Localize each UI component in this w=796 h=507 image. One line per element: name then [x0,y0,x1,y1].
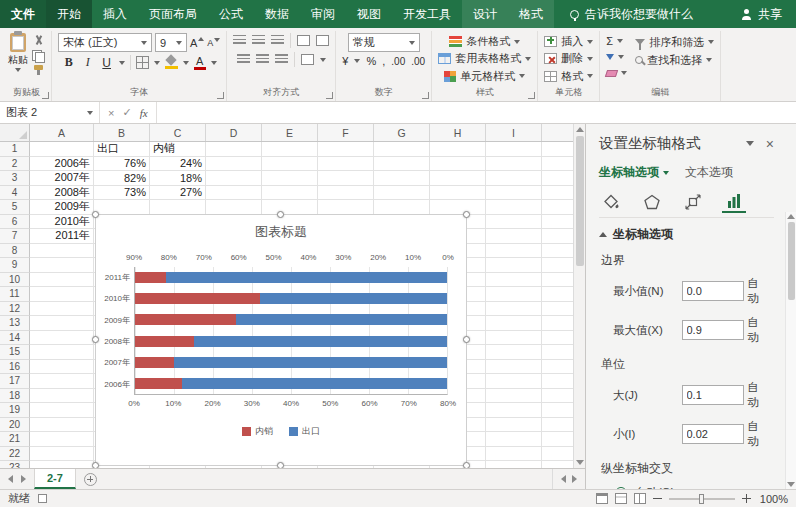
horizontal-scrollbar[interactable] [552,469,585,489]
chevron-down-icon[interactable] [119,61,125,65]
align-middle-icon[interactable] [252,35,265,46]
bar-segment[interactable] [135,378,182,389]
comma-icon[interactable]: , [382,55,385,67]
bar-segment[interactable] [135,336,194,347]
chevron-down-icon[interactable] [211,61,217,65]
ribbon-tab[interactable]: 视图 [346,0,392,28]
column-header[interactable]: D [206,124,262,141]
row-header[interactable]: 11 [0,287,30,302]
field-input[interactable] [682,281,744,301]
cell-I6[interactable] [486,215,542,230]
cell-A10[interactable] [30,273,94,288]
ribbon-tab[interactable]: 公式 [208,0,254,28]
dialog-launcher-icon[interactable] [528,92,535,99]
cell-A12[interactable] [30,302,94,317]
ribbon-tab[interactable]: 数据 [254,0,300,28]
normal-view-icon[interactable] [596,493,608,504]
cell-F5[interactable] [318,200,374,215]
column-header[interactable]: H [430,124,486,141]
chart-categories[interactable]: 2011年2010年2009年2008年2007年2006年 [96,267,130,395]
bar-segment[interactable] [135,314,236,325]
pane-scrollbar[interactable] [785,212,796,489]
cell-I22[interactable] [486,447,542,462]
formula-input[interactable] [157,102,796,123]
chart-title[interactable]: 图表标题 [96,223,466,241]
column-header[interactable]: I [486,124,542,141]
auto-button[interactable]: 自动 [744,274,775,308]
cell-I7[interactable] [486,229,542,244]
grow-font-button[interactable]: A [190,37,204,49]
number-format-select[interactable]: 常规 [348,33,420,52]
axis-options-icon[interactable] [722,191,746,213]
sort-filter-button[interactable]: 排序和筛选 [635,33,714,51]
scrollbar-thumb[interactable] [788,222,795,300]
cell-F2[interactable] [318,157,374,172]
chart-bar[interactable] [135,378,447,389]
cell-B3[interactable]: 82% [94,171,150,186]
row-header[interactable]: 14 [0,331,30,346]
cell-A8[interactable] [30,244,94,259]
dialog-launcher-icon[interactable] [326,92,333,99]
cell-A13[interactable] [30,316,94,331]
cell-I16[interactable] [486,360,542,375]
format-cells-button[interactable]: 格式 [544,68,593,85]
cell-I17[interactable] [486,374,542,389]
row-header[interactable]: 7 [0,229,30,244]
conditional-formatting-button[interactable]: 条件格式 [449,33,520,50]
cell-I9[interactable] [486,258,542,273]
cell-I5[interactable] [486,200,542,215]
scroll-down-icon[interactable] [787,482,795,487]
cell-I13[interactable] [486,316,542,331]
ribbon-tab[interactable]: 开发工具 [392,0,462,28]
chart[interactable]: 图表标题 90%80%70%60%50%40%30%20%10%0% 2011年… [95,214,467,466]
cell-H3[interactable] [430,171,486,186]
page-layout-view-icon[interactable] [615,493,627,504]
cell-I8[interactable] [486,244,542,259]
field-input[interactable] [682,385,744,405]
percent-icon[interactable]: % [366,55,376,67]
row-header[interactable]: 4 [0,186,30,201]
cell-styles-button[interactable]: 单元格样式 [444,68,525,85]
cell-B5[interactable] [94,200,150,215]
cell-D5[interactable] [206,200,262,215]
cell-D1[interactable] [206,142,262,157]
cell-A15[interactable] [30,345,94,360]
sheet-nav-left-icon[interactable] [8,475,13,483]
font-size-select[interactable]: 9 [155,33,187,52]
select-all-button[interactable] [0,124,30,141]
shrink-font-button[interactable]: A [207,38,220,48]
row-header[interactable]: 12 [0,302,30,317]
zoom-in-icon[interactable] [742,494,751,503]
cell-B4[interactable]: 73% [94,186,150,201]
paste-button[interactable]: 粘贴 [8,33,28,76]
cell-H5[interactable] [430,200,486,215]
cell-I10[interactable] [486,273,542,288]
currency-icon[interactable]: ¥ [342,55,348,67]
delete-cells-button[interactable]: 删除 [544,50,593,67]
chart-legend[interactable]: 内销出口 [96,425,466,438]
chevron-down-icon[interactable] [320,58,326,62]
format-as-table-button[interactable]: 套用表格格式 [438,50,531,67]
fill-line-icon[interactable] [599,191,623,213]
column-header[interactable]: A [30,124,94,141]
auto-button[interactable]: 自动 [744,378,775,412]
size-properties-icon[interactable] [681,191,705,213]
cell-B2[interactable]: 76% [94,157,150,172]
italic-button[interactable]: I [81,55,95,70]
bar-segment[interactable] [260,293,447,304]
share-button[interactable]: 共享 [727,0,796,28]
cell-A18[interactable] [30,389,94,404]
chart-selection-handle[interactable] [277,462,284,468]
tab-axis-options[interactable]: 坐标轴选项 [599,164,669,181]
file-tab[interactable]: 文件 [0,0,46,28]
bar-segment[interactable] [135,272,166,283]
ribbon-tab[interactable]: 格式 [508,0,554,28]
cell-D3[interactable] [206,171,262,186]
chart-selection-handle[interactable] [92,336,99,343]
auto-button[interactable]: 自动 [744,313,775,347]
cell-C1[interactable]: 内销 [150,142,206,157]
ribbon-tab[interactable]: 开始 [46,0,92,28]
dialog-launcher-icon[interactable] [422,92,429,99]
cell-I23[interactable] [486,461,542,468]
radio-automatic[interactable]: 自动(O) [615,485,774,489]
